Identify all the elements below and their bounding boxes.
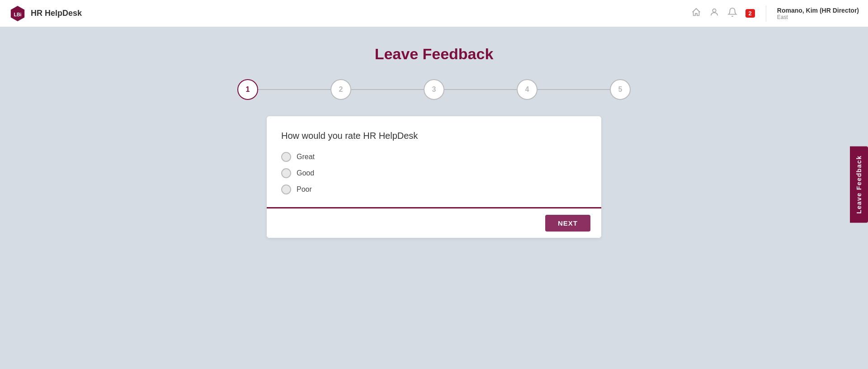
user-name: Romano, Kim (HR Director)	[777, 7, 859, 14]
svg-point-2	[712, 9, 716, 12]
header: LBi HR HelpDesk 2 Romano, Kim (HR Direc	[0, 0, 868, 27]
radio-good[interactable]	[281, 168, 291, 178]
option-poor[interactable]: Poor	[281, 184, 587, 194]
header-divider	[766, 5, 766, 22]
home-icon[interactable]	[691, 7, 701, 19]
radio-poor[interactable]	[281, 184, 291, 194]
option-great-label: Great	[297, 153, 315, 161]
card-footer: NEXT	[267, 208, 601, 238]
radio-great[interactable]	[281, 152, 291, 162]
step-4[interactable]: 4	[517, 79, 538, 100]
option-good-label: Good	[297, 169, 314, 177]
step-1[interactable]: 1	[237, 79, 258, 100]
feedback-card: How would you rate HR HelpDesk Great Goo…	[267, 116, 601, 238]
bell-icon[interactable]	[727, 7, 737, 19]
main-content: Leave Feedback 1 2 3 4 5 How would you r…	[0, 27, 868, 238]
step-5[interactable]: 5	[610, 79, 631, 100]
app-title: HR HelpDesk	[31, 9, 82, 18]
next-button[interactable]: NEXT	[545, 215, 590, 232]
step-line-1	[258, 89, 330, 90]
notification-badge[interactable]: 2	[745, 9, 755, 18]
option-good[interactable]: Good	[281, 168, 587, 178]
option-poor-label: Poor	[297, 185, 312, 194]
card-body: How would you rate HR HelpDesk Great Goo…	[267, 116, 601, 207]
side-feedback-tab[interactable]: Leave Feedback	[850, 146, 868, 222]
user-icon[interactable]	[709, 7, 719, 19]
step-line-2	[351, 89, 424, 90]
logo-icon: LBi	[9, 5, 26, 22]
step-2[interactable]: 2	[330, 79, 351, 100]
radio-group: Great Good Poor	[281, 152, 587, 194]
card-question: How would you rate HR HelpDesk	[281, 131, 587, 141]
option-great[interactable]: Great	[281, 152, 587, 162]
page-title: Leave Feedback	[375, 45, 494, 63]
svg-text:LBi: LBi	[14, 12, 22, 17]
header-right: 2 Romano, Kim (HR Director) East	[691, 5, 859, 22]
step-3[interactable]: 3	[424, 79, 444, 100]
step-line-3	[444, 89, 517, 90]
stepper: 1 2 3 4 5	[237, 79, 631, 100]
user-region: East	[777, 14, 788, 20]
step-line-4	[538, 89, 610, 90]
header-left: LBi HR HelpDesk	[9, 5, 82, 22]
user-info: Romano, Kim (HR Director) East	[777, 7, 859, 20]
